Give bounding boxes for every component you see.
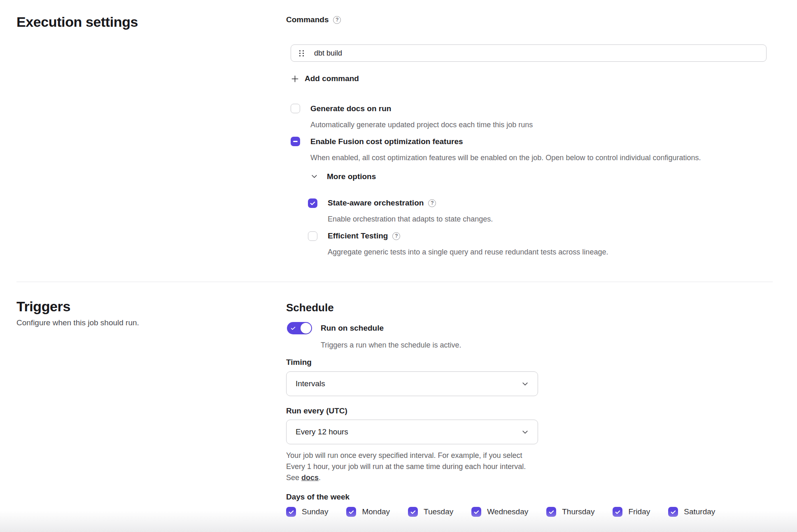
commands-label-row: Commands (286, 15, 797, 25)
friday-label[interactable]: Friday (628, 507, 650, 516)
run-every-select[interactable]: Every 12 hours (286, 420, 538, 444)
more-options-label: More options (327, 172, 376, 182)
tuesday-checkbox[interactable] (408, 507, 418, 517)
generate-docs-checkbox[interactable] (291, 104, 300, 113)
friday-checkbox[interactable] (613, 507, 622, 517)
run-every-value: Every 12 hours (296, 427, 348, 436)
fusion-label[interactable]: Enable Fusion cost optimization features (310, 137, 463, 147)
toggle-knob (301, 323, 311, 334)
timing-select[interactable]: Intervals (286, 371, 538, 396)
day-item-wednesday: Wednesday (471, 507, 528, 517)
generate-docs-description: Automatically generate updated project d… (310, 120, 797, 129)
run-on-schedule-row: Run on schedule (287, 322, 797, 334)
day-item-monday: Monday (346, 507, 390, 517)
state-aware-label[interactable]: State-aware orchestration (328, 198, 424, 208)
state-aware-help-icon[interactable] (428, 199, 436, 207)
toggle-check-icon (290, 325, 296, 331)
drag-handle-icon[interactable] (299, 50, 304, 56)
state-aware-checkbox[interactable] (308, 198, 317, 208)
efficient-testing-group: Efficient Testing Aggregate generic test… (308, 231, 797, 257)
interval-helper-text: Your job will run once every specified i… (286, 450, 533, 483)
sunday-checkbox[interactable] (286, 507, 296, 517)
day-item-thursday: Thursday (546, 507, 594, 517)
execution-settings-section: Execution settings Commands dbt build Ad… (0, 0, 797, 257)
monday-checkbox[interactable] (346, 507, 356, 517)
day-item-tuesday: Tuesday (408, 507, 453, 517)
day-item-saturday: Saturday (668, 507, 715, 517)
day-item-friday: Friday (613, 507, 650, 517)
docs-link[interactable]: docs (301, 474, 319, 482)
days-of-week-row: Sunday Monday Tuesday Wednesday Thursday… (286, 507, 797, 517)
generate-docs-group: Generate docs on run Automatically gener… (291, 104, 797, 129)
state-aware-description: Enable orchestration that adapts to stat… (328, 215, 797, 224)
plus-icon (291, 75, 299, 83)
tuesday-label[interactable]: Tuesday (424, 507, 453, 516)
triggers-section: Triggers Configure when this job should … (0, 282, 797, 517)
day-item-sunday: Sunday (286, 507, 328, 517)
efficient-testing-checkbox[interactable] (308, 231, 317, 241)
run-on-schedule-label[interactable]: Run on schedule (321, 324, 384, 333)
monday-label[interactable]: Monday (362, 507, 390, 516)
triggers-subtitle: Configure when this job should run. (16, 318, 286, 327)
days-of-week-label: Days of the week (286, 492, 797, 502)
chevron-down-icon (522, 380, 529, 387)
run-on-schedule-description: Triggers a run when the schedule is acti… (321, 341, 797, 350)
wednesday-checkbox[interactable] (471, 507, 481, 517)
fusion-description: When enabled, all cost optimization feat… (310, 153, 797, 162)
more-options-expander[interactable]: More options (311, 172, 376, 182)
state-aware-group: State-aware orchestration Enable orchest… (308, 198, 797, 224)
generate-docs-label[interactable]: Generate docs on run (310, 104, 391, 114)
fusion-group: Enable Fusion cost optimization features… (291, 137, 797, 162)
commands-help-icon[interactable] (333, 16, 341, 24)
execution-settings-title: Execution settings (16, 14, 286, 30)
add-command-label: Add command (305, 74, 359, 83)
commands-label: Commands (286, 15, 329, 25)
efficient-testing-description: Aggregate generic tests into a single qu… (328, 247, 797, 257)
efficient-testing-label[interactable]: Efficient Testing (328, 231, 388, 241)
chevron-down-icon (311, 173, 318, 180)
sunday-label[interactable]: Sunday (302, 507, 328, 516)
thursday-label[interactable]: Thursday (562, 507, 594, 516)
saturday-label[interactable]: Saturday (684, 507, 715, 516)
timing-label: Timing (286, 357, 797, 367)
thursday-checkbox[interactable] (546, 507, 556, 517)
timing-value: Intervals (296, 379, 325, 388)
command-input[interactable]: dbt build (291, 44, 767, 62)
saturday-checkbox[interactable] (668, 507, 678, 517)
triggers-title: Triggers (16, 298, 286, 315)
wednesday-label[interactable]: Wednesday (487, 507, 528, 516)
efficient-testing-help-icon[interactable] (392, 232, 400, 240)
run-on-schedule-toggle[interactable] (287, 322, 312, 334)
schedule-title: Schedule (286, 301, 797, 314)
command-value[interactable]: dbt build (314, 49, 342, 58)
fusion-checkbox[interactable] (291, 137, 300, 146)
chevron-down-icon (522, 429, 529, 436)
run-every-label: Run every (UTC) (286, 406, 797, 416)
add-command-button[interactable]: Add command (291, 74, 359, 83)
